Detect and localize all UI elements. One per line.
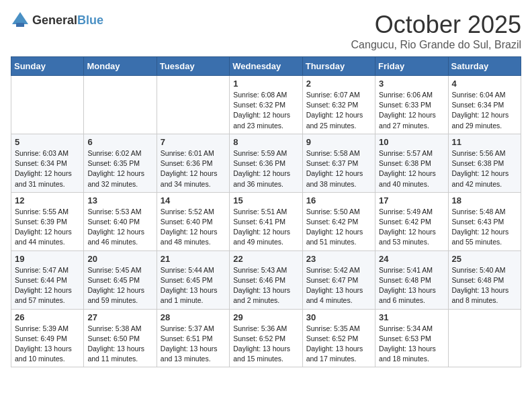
day-number: 16 xyxy=(306,195,371,205)
day-info: Sunrise: 6:07 AM Sunset: 6:32 PM Dayligh… xyxy=(306,90,371,131)
logo-blue: Blue xyxy=(77,13,103,28)
empty-cell xyxy=(448,309,521,367)
day-info: Sunrise: 5:35 AM Sunset: 6:52 PM Dayligh… xyxy=(306,324,371,365)
calendar-day-cell: 1Sunrise: 6:08 AM Sunset: 6:32 PM Daylig… xyxy=(230,76,302,134)
calendar-day-cell: 18Sunrise: 5:48 AM Sunset: 6:43 PM Dayli… xyxy=(448,192,521,250)
col-header-monday: Monday xyxy=(84,57,157,76)
calendar-day-cell: 25Sunrise: 5:40 AM Sunset: 6:48 PM Dayli… xyxy=(448,250,521,309)
day-number: 2 xyxy=(306,79,371,89)
calendar-day-cell: 2Sunrise: 6:07 AM Sunset: 6:32 PM Daylig… xyxy=(302,76,375,134)
day-number: 28 xyxy=(161,312,226,322)
calendar-day-cell: 16Sunrise: 5:50 AM Sunset: 6:42 PM Dayli… xyxy=(302,192,375,250)
calendar-day-cell: 31Sunrise: 5:34 AM Sunset: 6:53 PM Dayli… xyxy=(375,309,448,367)
calendar-day-cell: 27Sunrise: 5:38 AM Sunset: 6:50 PM Dayli… xyxy=(84,309,157,367)
calendar-week-row: 12Sunrise: 5:55 AM Sunset: 6:39 PM Dayli… xyxy=(11,192,521,250)
day-number: 18 xyxy=(452,195,517,205)
day-number: 13 xyxy=(87,195,152,205)
day-number: 19 xyxy=(15,254,80,264)
day-info: Sunrise: 5:58 AM Sunset: 6:37 PM Dayligh… xyxy=(306,148,371,189)
day-info: Sunrise: 5:42 AM Sunset: 6:47 PM Dayligh… xyxy=(306,265,371,306)
day-number: 5 xyxy=(15,137,80,147)
day-number: 9 xyxy=(306,137,371,147)
col-header-friday: Friday xyxy=(375,57,448,76)
day-number: 8 xyxy=(233,137,298,147)
calendar-week-row: 26Sunrise: 5:39 AM Sunset: 6:49 PM Dayli… xyxy=(11,309,521,367)
title-block: October 2025 Cangucu, Rio Grande do Sul,… xyxy=(351,11,521,51)
day-info: Sunrise: 5:39 AM Sunset: 6:49 PM Dayligh… xyxy=(15,324,80,365)
day-info: Sunrise: 6:04 AM Sunset: 6:34 PM Dayligh… xyxy=(452,90,517,131)
calendar-day-cell: 20Sunrise: 5:45 AM Sunset: 6:45 PM Dayli… xyxy=(84,250,157,309)
day-number: 30 xyxy=(306,312,371,322)
calendar-day-cell: 30Sunrise: 5:35 AM Sunset: 6:52 PM Dayli… xyxy=(302,309,375,367)
day-info: Sunrise: 5:40 AM Sunset: 6:48 PM Dayligh… xyxy=(452,265,517,306)
calendar-day-cell: 14Sunrise: 5:52 AM Sunset: 6:40 PM Dayli… xyxy=(157,192,229,250)
day-number: 15 xyxy=(233,195,298,205)
calendar-day-cell: 21Sunrise: 5:44 AM Sunset: 6:45 PM Dayli… xyxy=(157,250,229,309)
location-subtitle: Cangucu, Rio Grande do Sul, Brazil xyxy=(351,39,521,51)
day-number: 11 xyxy=(452,137,517,147)
day-number: 31 xyxy=(379,312,444,322)
day-number: 27 xyxy=(87,312,152,322)
day-info: Sunrise: 5:38 AM Sunset: 6:50 PM Dayligh… xyxy=(87,324,152,365)
svg-marker-0 xyxy=(12,12,28,24)
calendar-day-cell: 23Sunrise: 5:42 AM Sunset: 6:47 PM Dayli… xyxy=(302,250,375,309)
logo-icon xyxy=(11,11,30,30)
day-info: Sunrise: 5:50 AM Sunset: 6:42 PM Dayligh… xyxy=(306,207,371,248)
day-info: Sunrise: 5:44 AM Sunset: 6:45 PM Dayligh… xyxy=(161,265,226,306)
empty-cell xyxy=(11,76,84,134)
page-header: General Blue October 2025 Cangucu, Rio G… xyxy=(11,11,521,51)
day-number: 26 xyxy=(15,312,80,322)
day-info: Sunrise: 5:34 AM Sunset: 6:53 PM Dayligh… xyxy=(379,324,444,365)
calendar-day-cell: 28Sunrise: 5:37 AM Sunset: 6:51 PM Dayli… xyxy=(157,309,229,367)
day-number: 12 xyxy=(15,195,80,205)
calendar-day-cell: 4Sunrise: 6:04 AM Sunset: 6:34 PM Daylig… xyxy=(448,76,521,134)
day-info: Sunrise: 5:52 AM Sunset: 6:40 PM Dayligh… xyxy=(161,207,226,248)
empty-cell xyxy=(157,76,229,134)
day-number: 21 xyxy=(161,254,226,264)
day-number: 17 xyxy=(379,195,444,205)
calendar-week-row: 1Sunrise: 6:08 AM Sunset: 6:32 PM Daylig… xyxy=(11,76,521,134)
day-info: Sunrise: 5:57 AM Sunset: 6:38 PM Dayligh… xyxy=(379,148,444,189)
calendar-day-cell: 7Sunrise: 6:01 AM Sunset: 6:36 PM Daylig… xyxy=(157,134,229,192)
calendar-day-cell: 26Sunrise: 5:39 AM Sunset: 6:49 PM Dayli… xyxy=(11,309,84,367)
calendar-day-cell: 24Sunrise: 5:41 AM Sunset: 6:48 PM Dayli… xyxy=(375,250,448,309)
calendar-day-cell: 13Sunrise: 5:53 AM Sunset: 6:40 PM Dayli… xyxy=(84,192,157,250)
calendar-day-cell: 22Sunrise: 5:43 AM Sunset: 6:46 PM Dayli… xyxy=(230,250,302,309)
day-info: Sunrise: 5:53 AM Sunset: 6:40 PM Dayligh… xyxy=(87,207,152,248)
day-info: Sunrise: 5:36 AM Sunset: 6:52 PM Dayligh… xyxy=(233,324,298,365)
day-info: Sunrise: 5:59 AM Sunset: 6:36 PM Dayligh… xyxy=(233,148,298,189)
day-info: Sunrise: 5:56 AM Sunset: 6:38 PM Dayligh… xyxy=(452,148,517,189)
day-info: Sunrise: 5:48 AM Sunset: 6:43 PM Dayligh… xyxy=(452,207,517,248)
col-header-sunday: Sunday xyxy=(11,57,84,76)
logo-general: General xyxy=(32,13,77,28)
calendar-week-row: 19Sunrise: 5:47 AM Sunset: 6:44 PM Dayli… xyxy=(11,250,521,309)
day-info: Sunrise: 5:43 AM Sunset: 6:46 PM Dayligh… xyxy=(233,265,298,306)
calendar-day-cell: 10Sunrise: 5:57 AM Sunset: 6:38 PM Dayli… xyxy=(375,134,448,192)
day-number: 29 xyxy=(233,312,298,322)
day-number: 6 xyxy=(87,137,152,147)
empty-cell xyxy=(84,76,157,134)
col-header-wednesday: Wednesday xyxy=(230,57,302,76)
day-number: 4 xyxy=(452,79,517,89)
calendar-week-row: 5Sunrise: 6:03 AM Sunset: 6:34 PM Daylig… xyxy=(11,134,521,192)
day-number: 10 xyxy=(379,137,444,147)
day-info: Sunrise: 5:41 AM Sunset: 6:48 PM Dayligh… xyxy=(379,265,444,306)
col-header-tuesday: Tuesday xyxy=(157,57,229,76)
day-info: Sunrise: 5:37 AM Sunset: 6:51 PM Dayligh… xyxy=(161,324,226,365)
calendar-day-cell: 12Sunrise: 5:55 AM Sunset: 6:39 PM Dayli… xyxy=(11,192,84,250)
day-number: 25 xyxy=(452,254,517,264)
calendar-table: SundayMondayTuesdayWednesdayThursdayFrid… xyxy=(11,56,521,367)
day-info: Sunrise: 5:47 AM Sunset: 6:44 PM Dayligh… xyxy=(15,265,80,306)
day-info: Sunrise: 6:02 AM Sunset: 6:35 PM Dayligh… xyxy=(87,148,152,189)
day-info: Sunrise: 5:45 AM Sunset: 6:45 PM Dayligh… xyxy=(87,265,152,306)
calendar-day-cell: 8Sunrise: 5:59 AM Sunset: 6:36 PM Daylig… xyxy=(230,134,302,192)
calendar-day-cell: 17Sunrise: 5:49 AM Sunset: 6:42 PM Dayli… xyxy=(375,192,448,250)
calendar-day-cell: 9Sunrise: 5:58 AM Sunset: 6:37 PM Daylig… xyxy=(302,134,375,192)
logo: General Blue xyxy=(11,11,103,30)
day-number: 14 xyxy=(161,195,226,205)
svg-rect-1 xyxy=(16,23,24,27)
calendar-day-cell: 11Sunrise: 5:56 AM Sunset: 6:38 PM Dayli… xyxy=(448,134,521,192)
col-header-thursday: Thursday xyxy=(302,57,375,76)
col-header-saturday: Saturday xyxy=(448,57,521,76)
day-number: 1 xyxy=(233,79,298,89)
